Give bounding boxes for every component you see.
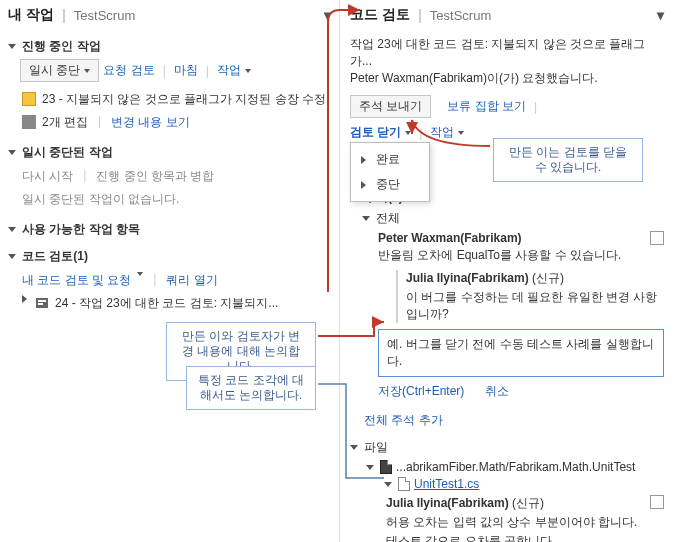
- svg-rect-1: [38, 300, 46, 302]
- code-reviews-header[interactable]: 코드 검토(1): [8, 248, 331, 265]
- files-header[interactable]: 파일: [350, 439, 664, 456]
- file-link[interactable]: UnitTest1.cs: [414, 477, 479, 491]
- comment-body: 허용 오차는 입력 값의 상수 부분이어야 합니다.: [386, 514, 664, 531]
- separator: |: [418, 7, 422, 23]
- callout-specific: 특정 코드 조각에 대해서도 논의합니다.: [186, 366, 316, 410]
- comment-2: Julia Ilyina(Fabrikam) (신규) 이 버그를 수정하는 데…: [396, 270, 664, 323]
- open-query-link[interactable]: 쿼리 열기: [166, 272, 217, 289]
- collapse-icon: [366, 465, 374, 470]
- code-review-title: 코드 검토: [350, 6, 410, 24]
- send-comments-label: 주석 보내기: [359, 98, 422, 115]
- dd-complete[interactable]: 완료: [372, 149, 404, 170]
- my-reviews-link[interactable]: 내 코드 검토 및 요청: [22, 272, 131, 289]
- my-work-title: 내 작업: [8, 6, 54, 24]
- code-review-icon: [35, 296, 49, 310]
- collapse-icon: [350, 445, 358, 450]
- reply-text: 예. 버그를 닫기 전에 수동 테스트 사례를 실행합니다.: [387, 337, 654, 368]
- work-item-text: 23 - 지불되지 않은 것으로 플래그가 지정된 송장 수정: [42, 91, 326, 108]
- expand-icon: [361, 181, 366, 189]
- svg-rect-2: [38, 303, 43, 305]
- overall-label: 전체: [376, 210, 400, 227]
- file-folder-row[interactable]: ...abrikamFiber.Math/Fabrikam.Math.UnitT…: [366, 460, 664, 474]
- comment-body: 반올림 오차에 EqualTo를 사용할 수 있습니다.: [378, 247, 664, 264]
- suspended-header[interactable]: 일시 중단된 작업: [8, 144, 331, 161]
- summary-line1: 작업 23에 대한 코드 검토: 지불되지 않은 것으로 플래그가...: [350, 36, 664, 70]
- callout-close-tip: 만든 이는 검토를 닫을 수 있습니다.: [493, 138, 643, 182]
- empty-text: 일시 중단된 작업이 없습니다.: [22, 191, 179, 208]
- new-badge: (신규): [512, 496, 544, 510]
- caret-icon: [458, 131, 464, 135]
- actions-link[interactable]: 작업: [217, 62, 241, 79]
- in-progress-title: 진행 중인 작업: [22, 38, 101, 55]
- finish-link[interactable]: 마침: [174, 62, 198, 79]
- edit-text: 2개 편집: [42, 114, 88, 131]
- code-review-menu-caret[interactable]: ▾: [657, 7, 664, 23]
- in-progress-toolbar: 일시 중단 요청 검토 | 마침 | 작업: [20, 59, 331, 82]
- collapse-icon: [8, 150, 16, 155]
- caret-icon: [405, 131, 411, 135]
- close-review-dropdown: 완료 중단: [350, 142, 430, 202]
- caret-icon: [84, 69, 90, 73]
- collapse-icon: [8, 44, 16, 49]
- comment-3: Julia Ilyina(Fabrikam) (신규) 허용 오차는 입력 값의…: [386, 495, 664, 542]
- caret-icon: [245, 69, 251, 73]
- actions-link-2[interactable]: 작업: [430, 124, 454, 141]
- suspended-actions: 다시 시작 | 진행 중인 항목과 병합: [8, 165, 331, 188]
- merge-text: 진행 중인 항목과 병합: [96, 168, 214, 185]
- files-label: 파일: [364, 439, 388, 456]
- comment-1: Peter Waxman(Fabrikam) 반올림 오차에 EqualTo를 …: [378, 231, 664, 400]
- code-review-context: TestScrum: [430, 8, 491, 23]
- comment-author: Julia Ilyina(Fabrikam): [406, 271, 529, 285]
- file-icon: [398, 477, 410, 491]
- folder-icon: [380, 460, 392, 474]
- work-item-row[interactable]: 23 - 지불되지 않은 것으로 플래그가 지정된 송장 수정: [8, 88, 331, 111]
- save-link[interactable]: 저장(Ctrl+Enter): [378, 384, 464, 398]
- suspended-title: 일시 중단된 작업: [22, 144, 113, 161]
- summary-line2: Peter Waxman(Fabrikam)이(가) 요청했습니다.: [350, 70, 664, 87]
- separator: |: [62, 7, 66, 23]
- resolve-checkbox[interactable]: [650, 231, 664, 245]
- my-work-menu-caret[interactable]: ▾: [324, 7, 331, 23]
- collapse-icon: [384, 482, 392, 487]
- code-review-header: 코드 검토 | TestScrum ▾: [350, 6, 664, 28]
- pending-change-row: 2개 편집 | 변경 내용 보기: [8, 111, 331, 134]
- resolve-checkbox[interactable]: [650, 495, 664, 509]
- in-progress-header[interactable]: 진행 중인 작업: [8, 38, 331, 55]
- caret-icon: [137, 272, 143, 276]
- resume-text: 다시 시작: [22, 168, 73, 185]
- callout-text: 특정 코드 조각에 대해서도 논의합니다.: [198, 374, 304, 401]
- code-review-pane: 코드 검토 | TestScrum ▾ 작업 23에 대한 코드 검토: 지불되…: [340, 0, 674, 542]
- reply-input[interactable]: 예. 버그를 닫기 전에 수동 테스트 사례를 실행합니다.: [378, 329, 664, 377]
- available-header[interactable]: 사용 가능한 작업 항목: [8, 221, 331, 238]
- suspend-label: 일시 중단: [29, 62, 80, 79]
- collapse-icon: [8, 254, 16, 259]
- view-changes-link[interactable]: 변경 내용 보기: [111, 114, 190, 131]
- review-toolbar: 주석 보내기 보류 집합 보기 |: [350, 95, 664, 118]
- request-review-link[interactable]: 요청 검토: [103, 62, 154, 79]
- expand-icon: [361, 156, 366, 164]
- task-icon: [22, 92, 36, 106]
- add-overall-comment-link[interactable]: 전체 주석 추가: [364, 413, 443, 427]
- cancel-link[interactable]: 취소: [485, 384, 509, 398]
- code-reviews-title: 코드 검토(1): [22, 248, 88, 265]
- dd-abandon[interactable]: 중단: [372, 174, 404, 195]
- available-title: 사용 가능한 작업 항목: [22, 221, 140, 238]
- file-path: ...abrikamFiber.Math/Fabrikam.Math.UnitT…: [396, 460, 635, 474]
- code-review-filter: 내 코드 검토 및 요청 | 쿼리 열기: [8, 269, 331, 292]
- close-review-link[interactable]: 검토 닫기: [350, 124, 401, 141]
- new-badge: (신규): [532, 271, 564, 285]
- review-summary: 작업 23에 대한 코드 검토: 지불되지 않은 것으로 플래그가... Pet…: [350, 36, 664, 87]
- comment-author: Julia Ilyina(Fabrikam): [386, 496, 509, 510]
- collapse-icon: [8, 227, 16, 232]
- view-shelveset-link[interactable]: 보류 집합 보기: [447, 98, 526, 115]
- my-work-pane: 내 작업 | TestScrum ▾ 진행 중인 작업 일시 중단 요청 검토 …: [0, 0, 340, 542]
- file-item-row[interactable]: UnitTest1.cs: [384, 477, 664, 491]
- code-review-item-row[interactable]: 24 - 작업 23에 대한 코드 검토: 지불되지...: [8, 292, 331, 315]
- comment-body: 이 버그를 수정하는 데 필요한 유일한 변경 사항입니까?: [406, 289, 664, 323]
- my-work-context: TestScrum: [74, 8, 135, 23]
- overall-header[interactable]: 전체: [362, 210, 664, 227]
- send-comments-button[interactable]: 주석 보내기: [350, 95, 431, 118]
- my-work-header: 내 작업 | TestScrum ▾: [8, 6, 331, 28]
- suspend-button[interactable]: 일시 중단: [20, 59, 99, 82]
- callout-text: 만든 이는 검토를 닫을 수 있습니다.: [509, 146, 627, 173]
